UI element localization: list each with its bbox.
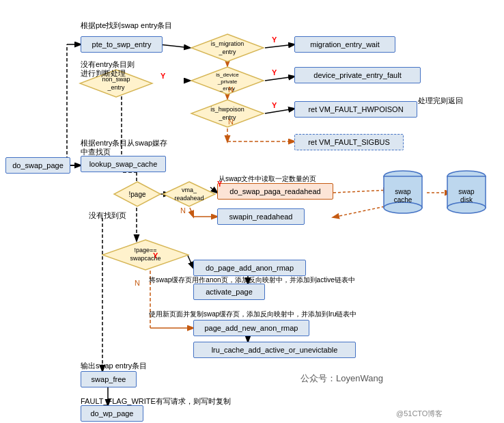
label-fault-flag: FAULT_FLAG_WRITE有写请求，则写时复制 [81, 396, 231, 407]
svg-line-4 [265, 44, 294, 48]
svg-line-21 [333, 190, 389, 193]
label-output-swap: 输出swap entry条目 [81, 361, 147, 371]
svg-text:_entry: _entry [218, 114, 236, 121]
svg-marker-32 [191, 34, 264, 62]
do-swap-paga-readahead-box: do_swap_paga_readahead [217, 183, 333, 200]
vma-readahead-diamond: vma_ readahead [162, 180, 216, 208]
svg-text:disk: disk [460, 196, 473, 204]
watermark-wechat: 公众号：LoyenWang [300, 372, 383, 385]
n-label-6: N [135, 279, 140, 287]
ret-sigbus-box: ret VM_FAULT_SIGBUS [294, 134, 404, 150]
svg-line-3 [159, 44, 190, 48]
y-label-1: Y [272, 36, 277, 44]
swap-free-box: swap_free [81, 371, 137, 387]
svg-line-19 [190, 208, 193, 217]
lookup-swap-cache-box: lookup_swap_cache [81, 156, 166, 172]
svg-marker-42 [191, 100, 264, 127]
svg-line-7 [265, 77, 294, 81]
label-no-page: 没有找到页 [89, 210, 126, 221]
do-wp-page-box: do_wp_page [81, 405, 143, 422]
svg-text:swap: swap [458, 188, 475, 195]
is-device-private-entry-diamond: is_device _private _entry [190, 66, 265, 96]
page-add-new-anon-rmap-box: page_add_new_anon_rmap [193, 320, 309, 336]
y-label-5: Y [217, 180, 222, 188]
ret-hwpoison-box: ret VM_FAULT_HWPOISON [294, 101, 417, 118]
svg-marker-47 [163, 182, 215, 206]
y-label-2: Y [160, 72, 165, 80]
handle-return-label: 处理完则返回 [418, 96, 463, 106]
is-hwpoison-entry-diamond: is_hwpoison _entry [190, 98, 265, 128]
svg-text:is_migration: is_migration [211, 40, 244, 47]
label-swap-media2: 中查找页 [81, 147, 111, 157]
page-check-diamond: !page [113, 180, 162, 208]
swap-disk-cylinder: swap disk [446, 169, 487, 216]
svg-text:is_device: is_device [216, 72, 239, 78]
watermark-51cto: @51CTO博客 [396, 409, 443, 419]
svg-text:swap: swap [395, 188, 411, 195]
y-label-3: Y [272, 68, 277, 77]
label-new-page-desc: 使用新页面并复制swap缓存页，添加反向映射中，并添加到lru链表中 [149, 310, 356, 319]
svg-text:cache: cache [394, 196, 412, 204]
svg-text:!page: !page [128, 191, 145, 198]
pte-to-swp-entry-box: pte_to_swp_entry [81, 36, 163, 53]
svg-line-9 [265, 109, 294, 113]
y-label-4: Y [272, 101, 277, 109]
label-anon-desc: 将swap缓存页用作anon页，添加反向映射中，并添加到active链表中 [149, 275, 355, 285]
swap-cache-cylinder: swap cache [382, 169, 423, 216]
migration-entry-wait-box: migration_entry_wait [294, 36, 395, 53]
do-page-add-anon-rmap-box: do_page_add_anon_rmap [193, 260, 306, 276]
svg-text:_private: _private [217, 79, 238, 85]
page-swapcache-diamond: !page== swapcache [101, 238, 190, 271]
svg-text:is_hwpoison: is_hwpoison [210, 106, 244, 113]
svg-point-60 [447, 202, 486, 213]
svg-text:_entry: _entry [107, 84, 125, 91]
label-pte-title: 根据pte找到swap entry条目 [81, 21, 172, 31]
is-migration-entry-diamond: is_migration _entry [190, 33, 265, 63]
svg-text:_entry: _entry [218, 49, 236, 55]
do-swap-page-box: do_swap_page [5, 157, 70, 174]
label-no-entry2: 进行判断处理 [81, 68, 126, 79]
svg-text:vma_: vma_ [182, 187, 197, 193]
y-label-6: Y [153, 251, 158, 260]
n-label-4: N [228, 118, 234, 126]
svg-point-55 [384, 202, 422, 213]
n-label-5: N [180, 206, 186, 215]
activate-page-box: activate_page [193, 284, 265, 300]
svg-text:readahead: readahead [174, 195, 204, 202]
diagram: do_swap_page pte_to_swp_entry lookup_swa… [0, 0, 504, 423]
label-read-pages: 从swap文件中读取一定数量的页 [219, 174, 316, 184]
lru-cache-add-active-box: lru_cache_add_active_or_unevictable [193, 342, 356, 358]
swapin-readahead-box: swapin_readahead [217, 208, 305, 225]
device-private-entry-fault-box: device_private_entry_fault [294, 67, 421, 83]
n-label-3: N [228, 85, 234, 94]
